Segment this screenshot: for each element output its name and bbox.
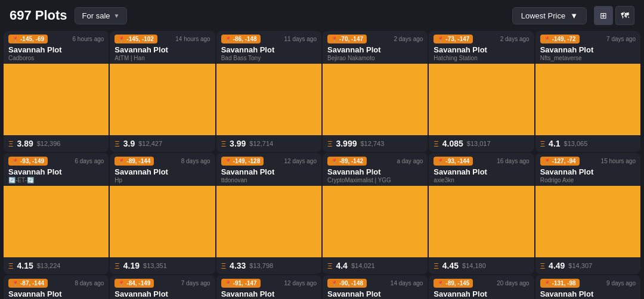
coords-text: -89, -145 [445, 280, 469, 286]
price-row: Ξ 4.1 $13,065 [535, 135, 640, 152]
price-usd: $14,180 [462, 262, 486, 269]
plot-name: Savannah Plot [110, 167, 215, 176]
price-usd: $12,743 [360, 140, 384, 147]
plot-name: Savannah Plot [110, 45, 215, 54]
plot-card[interactable]: 📍 -91, -147 12 days ago Savannah Plot An… [216, 275, 321, 299]
coords-text: -86, -148 [233, 36, 257, 42]
plot-thumbnail [323, 186, 428, 257]
card-header: 📍 -127, -94 15 hours ago [535, 153, 640, 167]
svg-rect-46 [627, 186, 640, 257]
price-usd: $12,396 [37, 140, 61, 147]
plot-card[interactable]: 📍 -149, -128 12 days ago Savannah Plot t… [216, 153, 321, 274]
svg-rect-36 [247, 216, 254, 222]
plot-thumbnail [110, 186, 215, 257]
price-usd: $13,224 [37, 262, 61, 269]
coords-badge: 📍 -93, -144 [434, 157, 473, 166]
svg-rect-37 [323, 186, 428, 257]
coords-text: -127, -94 [552, 158, 576, 164]
plot-card[interactable]: 📍 -90, -148 14 days ago Savannah Plot Ma… [323, 275, 428, 299]
plot-card[interactable]: 📍 -86, -148 11 days ago Savannah Plot Ba… [216, 31, 321, 152]
price-usd: $13,351 [143, 262, 167, 269]
plot-card[interactable]: 📍 -84, -149 7 days ago Savannah Plot Lun… [110, 275, 215, 299]
plot-card[interactable]: 📍 -93, -144 16 days ago Savannah Plot ax… [429, 153, 534, 274]
card-header: 📍 -87, -144 8 days ago [4, 275, 109, 289]
plot-name: Savannah Plot [110, 289, 215, 298]
mana-icon: Ξ [114, 261, 119, 270]
filter-dropdown[interactable]: For sale ▼ [75, 7, 128, 24]
pin-icon: 📍 [331, 158, 338, 164]
chevron-down-icon: ▼ [114, 13, 120, 19]
plot-thumbnail [323, 64, 428, 135]
plot-thumbnail [216, 186, 321, 257]
mana-icon: Ξ [8, 139, 13, 148]
svg-rect-33 [216, 186, 321, 257]
plot-card[interactable]: 📍 -89, -144 8 days ago Savannah Plot Hp … [110, 153, 215, 274]
svg-rect-28 [13, 231, 20, 237]
price-eth: 3.99 [230, 139, 246, 148]
plot-card[interactable]: 📍 -131, -98 9 days ago Savannah Plot CMa… [535, 275, 640, 299]
time-ago: 11 days ago [284, 36, 317, 42]
plot-card[interactable]: 📍 -70, -147 2 days ago Savannah Plot Bej… [323, 31, 428, 152]
plot-owner: ttdonovan [216, 176, 321, 186]
plot-card[interactable]: 📍 -93, -149 6 days ago Savannah Plot 🔄-E… [4, 153, 109, 274]
coords-badge: 📍 -73, -147 [434, 35, 473, 43]
svg-rect-16 [378, 77, 385, 84]
svg-rect-3 [16, 94, 23, 100]
card-header: 📍 -70, -147 2 days ago [323, 31, 428, 45]
coords-badge: 📍 -145, -69 [8, 35, 48, 43]
pin-icon: 📍 [118, 36, 125, 42]
time-ago: 14 days ago [391, 280, 423, 286]
svg-rect-32 [159, 225, 166, 231]
pin-icon: 📍 [544, 158, 550, 164]
view-toggle: ⊞ 🗺 [594, 6, 634, 25]
coords-badge: 📍 -93, -149 [8, 157, 48, 166]
price-usd: $14,021 [351, 262, 375, 269]
price-eth: 4.1 [549, 139, 560, 148]
plot-card[interactable]: 📍 -73, -147 2 days ago Savannah Plot Hat… [429, 31, 534, 152]
map-view-button[interactable]: 🗺 [615, 6, 634, 25]
plot-name: Savannah Plot [429, 289, 534, 298]
card-header: 📍 -145, -69 6 hours ago [4, 31, 109, 45]
coords-text: -90, -148 [339, 280, 363, 286]
coords-badge: 📍 -131, -98 [540, 279, 580, 288]
coords-text: -91, -147 [233, 280, 257, 286]
plot-owner: 🔄-ET-🔄 [4, 176, 109, 186]
price-row: Ξ 4.4 $14,021 [323, 257, 428, 274]
grid-view-button[interactable]: ⊞ [594, 6, 613, 25]
time-ago: 12 days ago [284, 280, 317, 286]
plot-thumbnail [110, 64, 215, 135]
price-row: Ξ 4.085 $13,017 [429, 135, 534, 152]
plot-card[interactable]: 📍 -89, -145 20 days ago Savannah Plot CH… [429, 275, 534, 299]
plot-card[interactable]: 📍 -127, -94 15 hours ago Savannah Plot R… [535, 153, 640, 274]
time-ago: 7 days ago [606, 36, 636, 42]
plot-name: Savannah Plot [4, 167, 109, 176]
mana-icon: Ξ [540, 261, 545, 270]
price-row: Ξ 4.45 $14,180 [429, 257, 534, 274]
card-header: 📍 -149, -128 12 days ago [216, 153, 321, 167]
plot-card[interactable]: 📍 -145, -102 14 hours ago Savannah Plot … [110, 31, 215, 152]
pin-icon: 📍 [12, 36, 18, 42]
time-ago: a day ago [397, 158, 423, 164]
plot-card[interactable]: 📍 -149, -72 7 days ago Savannah Plot Nft… [535, 31, 640, 152]
card-header: 📍 -89, -144 8 days ago [110, 153, 215, 167]
price-eth: 3.9 [123, 139, 135, 148]
price-usd: $14,307 [568, 262, 592, 269]
svg-rect-24 [600, 79, 607, 85]
svg-rect-7 [141, 82, 147, 88]
grid-icon: ⊞ [600, 11, 607, 20]
pin-icon: 📍 [437, 36, 444, 42]
plot-card[interactable]: 📍 -89, -142 a day ago Savannah Plot Cryp… [323, 153, 428, 274]
plot-thumbnail [429, 186, 534, 257]
card-header: 📍 -89, -142 a day ago [323, 153, 428, 167]
price-row: Ξ 4.33 $13,798 [216, 257, 321, 274]
coords-badge: 📍 -90, -148 [327, 279, 367, 288]
coords-text: -131, -98 [552, 280, 576, 286]
time-ago: 14 hours ago [175, 36, 210, 42]
sort-dropdown[interactable]: Lowest Price ▼ [512, 7, 587, 24]
plot-card[interactable]: 📍 -87, -144 8 days ago Savannah Plot Woo… [4, 275, 109, 299]
card-header: 📍 -89, -145 20 days ago [429, 275, 534, 289]
plot-thumbnail [535, 64, 640, 135]
coords-badge: 📍 -89, -145 [434, 279, 473, 288]
plot-card[interactable]: 📍 -145, -69 6 hours ago Savannah Plot Ca… [4, 31, 109, 152]
svg-rect-17 [429, 64, 534, 135]
